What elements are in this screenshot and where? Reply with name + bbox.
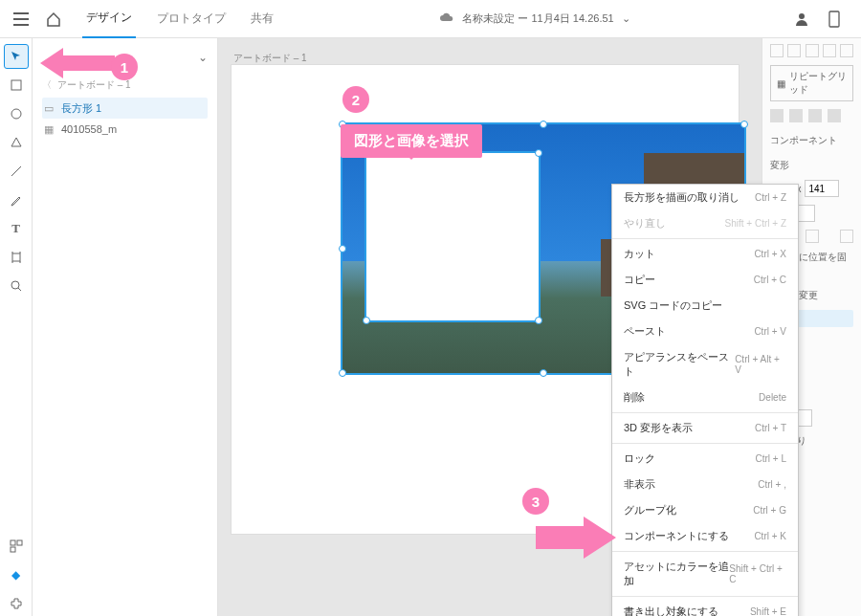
svg-rect-4 xyxy=(12,253,20,261)
context-menu-item[interactable]: 書き出し対象にするShift + E xyxy=(612,599,798,616)
select-tool[interactable] xyxy=(4,44,29,69)
context-menu-item[interactable]: SVG コードのコピー xyxy=(612,293,798,319)
menu-item-shortcut: Ctrl + Alt + V xyxy=(735,354,786,375)
breadcrumb-label[interactable]: アートボード – 1 xyxy=(57,78,131,92)
top-bar: デザイン プロトタイプ 共有 名称未設定 ー 11月4日 14.26.51 ⌄ xyxy=(0,0,861,38)
device-preview-icon[interactable] xyxy=(825,10,844,29)
menu-item-shortcut: Shift + Ctrl + C xyxy=(729,563,786,584)
svg-point-3 xyxy=(11,109,21,119)
pen-tool[interactable] xyxy=(4,187,29,212)
profile-icon[interactable] xyxy=(792,10,811,29)
menu-item-label: ペースト xyxy=(624,324,666,339)
menu-item-label: 非表示 xyxy=(624,477,655,492)
svg-marker-10 xyxy=(536,517,616,559)
svg-rect-2 xyxy=(11,80,21,90)
svg-rect-8 xyxy=(11,547,15,552)
chevron-down-icon[interactable]: ⌄ xyxy=(622,12,630,25)
context-menu-item[interactable]: アセットにカラーを追加Shift + Ctrl + C xyxy=(612,554,798,594)
transform-label: 変形 xyxy=(770,159,853,172)
tab-share[interactable]: 共有 xyxy=(247,0,277,38)
boolean-ops[interactable] xyxy=(770,109,853,122)
ellipse-tool[interactable] xyxy=(4,101,29,126)
annotation-badge-3: 3 xyxy=(522,488,549,515)
repeat-grid-button[interactable]: ▦ リピートグリッド xyxy=(770,65,853,101)
layer-item[interactable]: ▦ 4010558_m xyxy=(42,119,208,140)
context-menu-item[interactable]: ロックCtrl + L xyxy=(612,446,798,472)
menu-item-shortcut: Ctrl + , xyxy=(758,479,786,490)
annotation-badge-1: 1 xyxy=(111,54,138,80)
line-tool[interactable] xyxy=(4,159,29,184)
breadcrumb: 〈 アートボード – 1 xyxy=(42,78,208,92)
text-tool[interactable]: T xyxy=(4,216,29,241)
context-menu-item[interactable]: コピーCtrl + C xyxy=(612,267,798,293)
layer-item[interactable]: ▭ 長方形 1 xyxy=(42,98,208,119)
component-label: コンポーネント xyxy=(770,134,853,147)
tab-prototype[interactable]: プロトタイプ xyxy=(153,0,230,38)
svg-rect-1 xyxy=(829,11,839,27)
menu-item-label: ロック xyxy=(624,451,655,466)
context-menu-item[interactable]: 長方形を描画の取り消しCtrl + Z xyxy=(612,185,798,210)
layer-label: 長方形 1 xyxy=(61,101,101,116)
menu-item-shortcut: Delete xyxy=(759,392,786,403)
menu-item-label: カット xyxy=(624,247,655,261)
context-menu-item: やり直しShift + Ctrl + Z xyxy=(612,210,798,236)
selected-rectangle[interactable] xyxy=(366,153,539,320)
context-menu-item[interactable]: ペーストCtrl + V xyxy=(612,319,798,344)
context-menu-item[interactable]: 削除Delete xyxy=(612,385,798,410)
menu-item-shortcut: Ctrl + C xyxy=(754,275,786,285)
context-menu-item[interactable]: 3D 変形を表示Ctrl + T xyxy=(612,415,798,441)
plugins-icon[interactable] xyxy=(4,591,29,616)
menu-item-shortcut: Shift + Ctrl + Z xyxy=(725,218,786,229)
menu-item-shortcut: Shift + E xyxy=(750,606,786,616)
annotation-arrow-3 xyxy=(536,517,616,568)
menu-item-label: SVG コードのコピー xyxy=(624,298,722,313)
menu-item-label: コピー xyxy=(624,273,655,287)
menu-item-label: 長方形を描画の取り消し xyxy=(624,190,740,205)
menu-item-label: アセットにカラーを追加 xyxy=(624,560,729,588)
image-layer-icon: ▦ xyxy=(42,122,55,136)
menu-item-label: アピアランスをペースト xyxy=(624,350,735,379)
mode-tabs: デザイン プロトタイプ 共有 xyxy=(82,0,277,38)
breadcrumb-back-icon[interactable]: 〈 xyxy=(42,78,52,92)
home-icon[interactable] xyxy=(40,6,67,33)
svg-rect-7 xyxy=(17,540,22,545)
menu-item-shortcut: Ctrl + L xyxy=(755,453,786,464)
svg-marker-9 xyxy=(40,48,115,78)
hamburger-menu-icon[interactable] xyxy=(8,6,34,33)
layer-label: 4010558_m xyxy=(61,123,117,135)
artboard-label[interactable]: アートボード – 1 xyxy=(233,52,307,65)
artboard-tool[interactable] xyxy=(4,245,29,270)
context-menu-item[interactable]: アピアランスをペーストCtrl + Alt + V xyxy=(612,344,798,385)
menu-item-shortcut: Ctrl + G xyxy=(753,505,786,516)
menu-item-label: 書き出し対象にする xyxy=(624,605,718,616)
menu-item-shortcut: Ctrl + Z xyxy=(755,192,786,203)
menu-item-label: 3D 変形を表示 xyxy=(624,421,693,435)
align-buttons[interactable] xyxy=(770,44,853,57)
rectangle-tool[interactable] xyxy=(4,73,29,98)
x-input[interactable] xyxy=(805,180,839,197)
annotation-arrow-1 xyxy=(40,46,115,80)
tab-design[interactable]: デザイン xyxy=(82,0,136,38)
menu-item-shortcut: Ctrl + V xyxy=(754,326,786,337)
layers-panel: ⌄ 〈 アートボード – 1 ▭ 長方形 1 ▦ 4010558_m xyxy=(33,38,218,616)
repeat-grid-label: リピートグリッド xyxy=(789,70,847,97)
grid-icon: ▦ xyxy=(777,78,785,89)
context-menu-item[interactable]: カットCtrl + X xyxy=(612,241,798,267)
polygon-tool[interactable] xyxy=(4,130,29,155)
title-text: 名称未設定 ー 11月4日 14.26.51 xyxy=(462,11,613,26)
context-menu-item[interactable]: グループ化Ctrl + G xyxy=(612,497,798,523)
zoom-tool[interactable] xyxy=(4,274,29,298)
context-menu-item[interactable]: コンポーネントにするCtrl + K xyxy=(612,523,798,549)
document-title: 名称未設定 ー 11月4日 14.26.51 ⌄ xyxy=(283,11,786,26)
menu-item-label: コンポーネントにする xyxy=(624,529,729,543)
menu-item-label: 削除 xyxy=(624,390,645,405)
svg-rect-6 xyxy=(11,540,15,545)
context-menu-item[interactable]: 非表示Ctrl + , xyxy=(612,472,798,497)
menu-item-label: やり直し xyxy=(624,216,666,231)
context-menu: 長方形を描画の取り消しCtrl + Zやり直しShift + Ctrl + Zカ… xyxy=(611,184,799,616)
menu-item-label: グループ化 xyxy=(624,503,676,517)
assets-icon[interactable] xyxy=(4,534,29,559)
cloud-icon xyxy=(439,12,454,26)
tool-column: T ◆ xyxy=(0,38,33,616)
layers-icon[interactable]: ◆ xyxy=(4,562,29,587)
